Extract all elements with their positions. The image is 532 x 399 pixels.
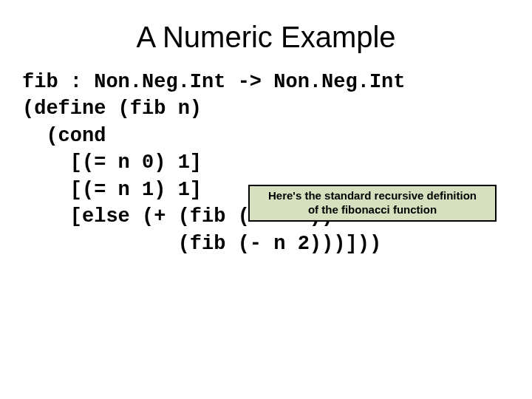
callout-line-2: of the fibonacci function — [256, 203, 489, 217]
code-line-2: (define (fib n) — [22, 98, 202, 120]
code-line-3: (cond — [22, 125, 106, 147]
code-block: fib : Non.Neg.Int -> Non.Neg.Int (define… — [0, 69, 532, 257]
code-line-1: fib : Non.Neg.Int -> Non.Neg.Int — [22, 71, 405, 93]
code-line-7: (fib (- n 2)))])) — [22, 233, 381, 255]
callout-line-1: Here's the standard recursive definition — [256, 189, 489, 203]
code-line-4: [(= n 0) 1] — [22, 151, 202, 174]
callout-box: Here's the standard recursive definition… — [248, 185, 497, 222]
slide-title: A Numeric Example — [0, 0, 532, 69]
code-line-5: [(= n 1) 1] — [22, 179, 202, 201]
